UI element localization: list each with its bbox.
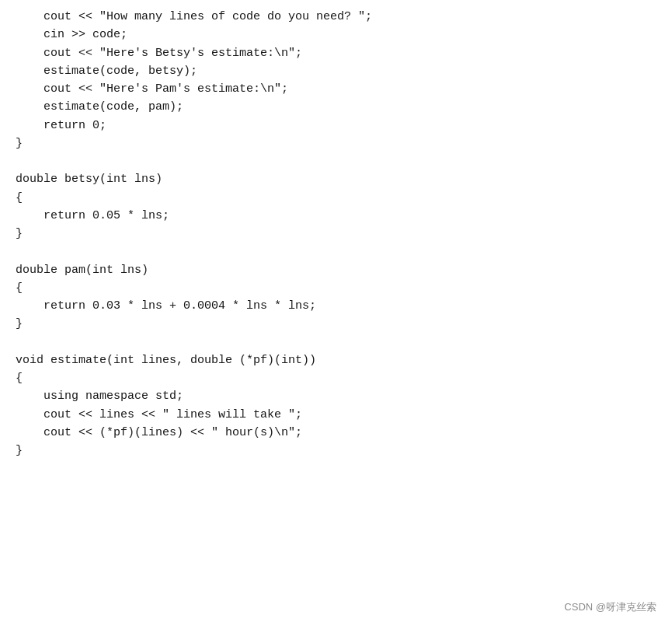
code-line: }	[16, 442, 656, 460]
code-line: return 0.03 * lns + 0.0004 * lns * lns;	[16, 297, 656, 315]
code-block: cout << "How many lines of code do you n…	[0, 8, 672, 460]
code-line: {	[16, 279, 656, 297]
code-line: cout << (*pf)(lines) << " hour(s)\n";	[16, 424, 656, 442]
code-line: double betsy(int lns)	[16, 170, 656, 188]
code-line: estimate(code, pam);	[16, 98, 656, 116]
code-container: cout << "How many lines of code do you n…	[0, 0, 672, 622]
watermark: CSDN @呀津克丝索	[564, 600, 656, 614]
code-line: void estimate(int lines, double (*pf)(in…	[16, 351, 656, 369]
code-line: }	[16, 225, 656, 243]
code-line	[16, 243, 656, 260]
code-line: {	[16, 189, 656, 207]
code-line: double pam(int lns)	[16, 261, 656, 279]
code-line	[16, 152, 656, 170]
code-line: estimate(code, betsy);	[16, 62, 656, 80]
code-line: cout << "How many lines of code do you n…	[16, 8, 656, 26]
code-line: }	[16, 315, 656, 333]
code-line: {	[16, 369, 656, 387]
code-line: cin >> code;	[16, 26, 656, 44]
code-line: cout << lines << " lines will take ";	[16, 406, 656, 424]
code-line	[16, 334, 656, 351]
code-line: cout << "Here's Betsy's estimate:\n";	[16, 44, 656, 62]
code-line: return 0;	[16, 117, 656, 135]
code-line: }	[16, 135, 656, 152]
code-line: return 0.05 * lns;	[16, 207, 656, 225]
code-line: using namespace std;	[16, 387, 656, 405]
code-line: cout << "Here's Pam's estimate:\n";	[16, 80, 656, 98]
